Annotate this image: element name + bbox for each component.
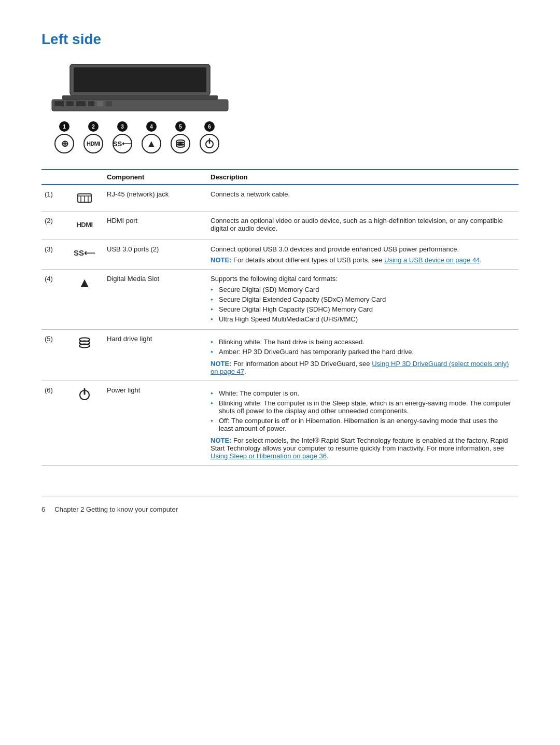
laptop-illustration <box>41 63 239 115</box>
power-icon <box>71 386 99 402</box>
bullet-item-6-1: White: The computer is on. <box>211 388 513 398</box>
media-slot-icon: ▲ <box>142 134 161 153</box>
note-label-3: NOTE: <box>211 256 231 264</box>
svg-rect-2 <box>62 95 218 100</box>
row-description-5: Blinking white: The hard drive is being … <box>207 330 519 381</box>
footer-chapter-num: 6 <box>41 505 45 513</box>
row-description-6: White: The computer is on.Blinking white… <box>207 381 519 466</box>
desc-plain-1: Connects a network cable. <box>211 190 513 198</box>
row-description-2: Connects an optional video or audio devi… <box>207 212 519 240</box>
bullet-list-4: Secure Digital (SD) Memory CardSecure Di… <box>211 285 513 324</box>
desc-plain-3: Connect optional USB 3.0 devices and pro… <box>211 245 513 253</box>
bullet-item-4-2: Secure Digital Extended Capacity (SDxC) … <box>211 294 513 304</box>
hdmi-icon: HDMI <box>71 217 99 232</box>
col-header-icon <box>67 170 104 185</box>
row-component-4: Digital Media Slot <box>104 270 207 330</box>
page-footer: 6 Chapter 2 Getting to know your compute… <box>41 497 519 513</box>
note-label-6: NOTE: <box>211 437 231 444</box>
port-group-3: 3 SS⟵ <box>113 121 132 153</box>
table-row: (3)SS⟵USB 3.0 ports (2)Connect optional … <box>41 240 519 270</box>
row-description-1: Connects a network cable. <box>207 185 519 212</box>
svg-rect-7 <box>88 101 94 106</box>
desc-plain-2: Connects an optional video or audio devi… <box>211 217 513 232</box>
row-component-2: HDMI port <box>104 212 207 240</box>
network-icon <box>71 190 99 206</box>
table-row: (6)Power lightWhite: The computer is on.… <box>41 381 519 466</box>
network-port-icon: ⊕ <box>54 134 74 153</box>
row-description-4: Supports the following digital card form… <box>207 270 519 330</box>
usb-icon: SS⟵ <box>71 245 99 261</box>
row-icon-3: SS⟵ <box>67 240 104 270</box>
table-row: (4)▲Digital Media SlotSupports the follo… <box>41 270 519 330</box>
bullet-list-6: White: The computer is on.Blinking white… <box>211 388 513 433</box>
svg-rect-6 <box>76 101 86 106</box>
port-group-1: 1 ⊕ <box>54 121 74 153</box>
table-header: Component Description <box>41 170 519 185</box>
port-group-5: 5 <box>171 121 190 153</box>
table-row: (5)Hard drive lightBlinking white: The h… <box>41 330 519 381</box>
port-num-4: 4 <box>146 121 157 132</box>
power-light-icon <box>200 134 219 153</box>
row-num-1: (1) <box>41 185 67 212</box>
port-group-4: 4 ▲ <box>142 121 161 153</box>
bullet-list-5: Blinking white: The hard drive is being … <box>211 337 513 357</box>
port-group-6: 6 <box>200 121 219 153</box>
row-icon-4: ▲ <box>67 270 104 330</box>
svg-rect-4 <box>54 101 64 106</box>
hdd-light-icon <box>171 134 190 153</box>
note-text-3: For details about different types of USB… <box>233 256 384 264</box>
bullet-item-4-3: Secure Digital High Capacity (SDHC) Memo… <box>211 304 513 314</box>
svg-rect-1 <box>74 67 206 92</box>
desc-plain-4: Supports the following digital card form… <box>211 275 513 283</box>
usb-port-icon: SS⟵ <box>113 134 132 153</box>
row-num-6: (6) <box>41 381 67 466</box>
row-component-6: Power light <box>104 381 207 466</box>
row-icon-5 <box>67 330 104 381</box>
bullet-item-5-2: Amber: HP 3D DriveGuard has temporarily … <box>211 347 513 357</box>
hdd-icon <box>71 335 99 350</box>
components-table: Component Description (1)RJ-45 (network)… <box>41 169 519 466</box>
bullet-item-4-4: Ultra High Speed MultiMediaCard (UHS/MMC… <box>211 314 513 324</box>
note-block-5: NOTE: For information about HP 3D DriveG… <box>211 360 513 375</box>
row-num-5: (5) <box>41 330 67 381</box>
media-icon: ▲ <box>71 275 99 291</box>
table-row: (2)HDMIHDMI portConnects an optional vid… <box>41 212 519 240</box>
svg-rect-9 <box>106 101 112 106</box>
footer-chapter-title: Chapter 2 Getting to know your computer <box>54 505 178 513</box>
port-num-6: 6 <box>204 121 215 132</box>
page-title: Left side <box>41 31 519 48</box>
row-component-3: USB 3.0 ports (2) <box>104 240 207 270</box>
note-text-6: For select models, the Intel® Rapid Star… <box>211 437 508 452</box>
row-component-1: RJ-45 (network) jack <box>104 185 207 212</box>
row-num-3: (3) <box>41 240 67 270</box>
svg-point-12 <box>176 144 185 147</box>
port-num-1: 1 <box>59 121 69 132</box>
svg-rect-5 <box>66 101 74 106</box>
note-block-3: NOTE: For details about different types … <box>211 256 513 264</box>
row-icon-2: HDMI <box>67 212 104 240</box>
note-link-6[interactable]: Using Sleep or Hibernation on page 36 <box>211 452 327 460</box>
svg-rect-8 <box>97 101 103 106</box>
port-num-3: 3 <box>117 121 128 132</box>
col-header-component: Component <box>104 170 207 185</box>
bullet-item-6-2: Blinking white: The computer is in the S… <box>211 398 513 416</box>
port-group-2: 2 HDMI <box>83 121 103 153</box>
row-num-2: (2) <box>41 212 67 240</box>
row-icon-1 <box>67 185 104 212</box>
diagram-area: 1 ⊕ 2 HDMI 3 SS⟵ 4 ▲ 5 <box>41 58 519 159</box>
table-body: (1)RJ-45 (network) jackConnects a networ… <box>41 185 519 466</box>
note-text-5: For information about HP 3D DriveGuard, … <box>233 360 372 368</box>
col-header-num <box>41 170 67 185</box>
note-label-5: NOTE: <box>211 360 231 368</box>
bullet-item-5-1: Blinking white: The hard drive is being … <box>211 337 513 347</box>
port-num-2: 2 <box>88 121 99 132</box>
bullet-item-4-1: Secure Digital (SD) Memory Card <box>211 285 513 294</box>
bullet-item-6-3: Off: The computer is off or in Hibernati… <box>211 416 513 433</box>
row-description-3: Connect optional USB 3.0 devices and pro… <box>207 240 519 270</box>
table-row: (1)RJ-45 (network) jackConnects a networ… <box>41 185 519 212</box>
port-num-5: 5 <box>175 121 186 132</box>
row-num-4: (4) <box>41 270 67 330</box>
note-block-6: NOTE: For select models, the Intel® Rapi… <box>211 437 513 460</box>
row-icon-6 <box>67 381 104 466</box>
note-link-3[interactable]: Using a USB device on page 44 <box>384 256 480 264</box>
